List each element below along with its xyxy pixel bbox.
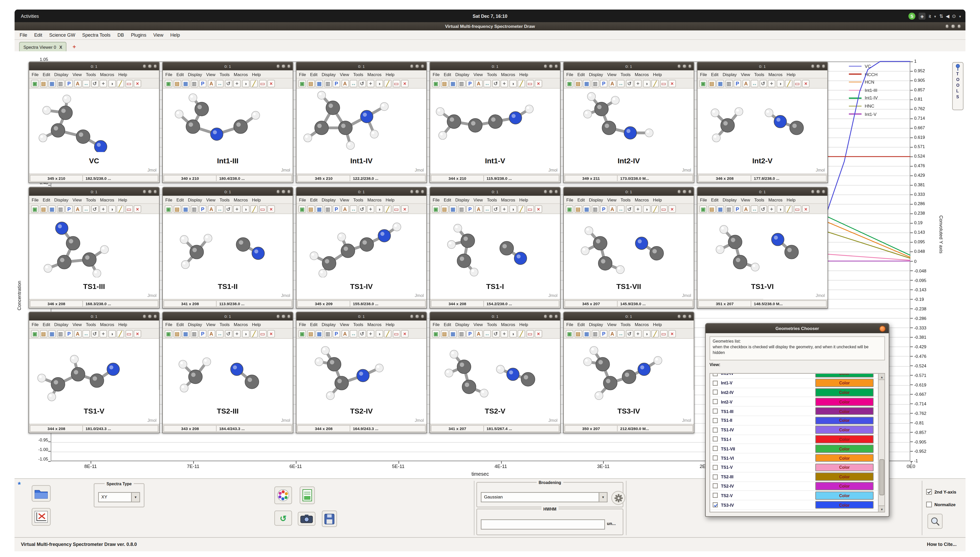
jmol-menu-macros[interactable]: Macros	[234, 72, 248, 77]
erase-icon[interactable]: ▭	[793, 80, 801, 87]
rotate-icon[interactable]: ◑	[375, 330, 383, 337]
print-icon[interactable]: ▥	[591, 205, 599, 212]
jmol-menu-tools[interactable]: Tools	[620, 197, 631, 202]
jmol-menu-file[interactable]: File	[433, 72, 440, 77]
jmol-menu-tools[interactable]: Tools	[487, 72, 497, 77]
indicator-tray-icon[interactable]: ◈	[918, 12, 926, 20]
spin-icon[interactable]: ↺	[625, 80, 633, 87]
jmol-window-button[interactable]	[816, 189, 820, 194]
color-button[interactable]: Color	[816, 473, 874, 481]
erase-icon[interactable]: ▭	[660, 205, 667, 212]
measure-icon[interactable]: ↔	[483, 205, 491, 212]
jmol-window-button[interactable]	[549, 314, 553, 318]
color-button[interactable]: Color	[816, 501, 874, 509]
normalize-option[interactable]: Normalize	[926, 502, 956, 507]
window-minimize-button[interactable]	[945, 24, 949, 28]
pick-icon[interactable]: +	[768, 80, 775, 87]
jmol-window-button[interactable]	[415, 314, 419, 318]
console-icon[interactable]: ▣	[566, 80, 573, 87]
rotate-icon[interactable]: ◑	[242, 330, 249, 337]
povray-icon[interactable]: P	[65, 205, 73, 212]
color-button[interactable]: Color	[816, 398, 874, 406]
spin-icon[interactable]: ↺	[625, 330, 633, 337]
scroll-up-icon[interactable]: ▲	[879, 374, 885, 380]
report-button[interactable]	[300, 487, 315, 504]
jmol-window-titlebar[interactable]: 0: 1	[697, 187, 827, 196]
jmol-menu-file[interactable]: File	[567, 322, 573, 326]
print-icon[interactable]: ▥	[725, 80, 733, 87]
jmol-menu-edit[interactable]: Edit	[176, 72, 184, 77]
jmol-menu-tools[interactable]: Tools	[86, 322, 96, 326]
label-icon[interactable]: A	[475, 205, 482, 212]
draw-icon[interactable]: ╱	[651, 80, 659, 87]
print-icon[interactable]: ▥	[57, 330, 64, 337]
color-button[interactable]: Color	[816, 407, 874, 415]
jmol-menu-view[interactable]: View	[474, 197, 483, 202]
app-menu-plugins[interactable]: Plugins	[131, 32, 146, 37]
print-icon[interactable]: ▥	[591, 330, 599, 337]
jmol-menu-file[interactable]: File	[299, 322, 306, 326]
jmol-menu-edit[interactable]: Edit	[444, 197, 451, 202]
jmol-menu-tools[interactable]: Tools	[620, 72, 631, 77]
export-image-icon[interactable]: ▦	[716, 80, 724, 87]
open-icon[interactable]: ▤	[307, 205, 314, 212]
jmol-menu-help[interactable]: Help	[653, 322, 662, 326]
close-model-icon[interactable]: ×	[802, 205, 809, 212]
erase-icon[interactable]: ▭	[660, 80, 667, 87]
jmol-menu-view[interactable]: View	[206, 72, 215, 77]
color-button[interactable]: Color	[816, 417, 874, 425]
jmol-menu-edit[interactable]: Edit	[578, 197, 585, 202]
jmol-menu-display[interactable]: Display	[589, 322, 603, 326]
jmol-window-button[interactable]	[281, 314, 285, 318]
export-image-icon[interactable]: ▦	[48, 80, 56, 87]
jmol-menu-display[interactable]: Display	[188, 72, 202, 77]
erase-icon[interactable]: ▭	[125, 205, 133, 212]
label-icon[interactable]: A	[207, 330, 215, 337]
jmol-menu-file[interactable]: File	[32, 197, 39, 202]
close-model-icon[interactable]: ×	[668, 205, 676, 212]
geometry-checkbox[interactable]	[713, 474, 718, 479]
export-image-icon[interactable]: ▦	[716, 205, 724, 212]
jmol-viewport[interactable]: Int2-IVJmol	[564, 89, 693, 174]
draw-icon[interactable]: ╱	[384, 330, 391, 337]
jmol-window-titlebar[interactable]: 0: 1	[564, 187, 693, 196]
print-icon[interactable]: ▥	[458, 80, 465, 87]
erase-icon[interactable]: ▭	[125, 80, 133, 87]
geometry-checkbox[interactable]	[713, 446, 718, 451]
erase-icon[interactable]: ▭	[259, 205, 266, 212]
jmol-menu-help[interactable]: Help	[386, 322, 394, 326]
draw-icon[interactable]: ╱	[518, 330, 525, 337]
zoom-reset-button[interactable]	[927, 514, 943, 529]
app-titlebar[interactable]: Virtual Multi-frequency Spectrometer Dra…	[15, 22, 965, 31]
jmol-menu-tools[interactable]: Tools	[220, 72, 230, 77]
pick-icon[interactable]: +	[233, 330, 241, 337]
pick-icon[interactable]: +	[99, 205, 107, 212]
open-icon[interactable]: ▤	[441, 330, 448, 337]
measure-icon[interactable]: ↔	[82, 205, 90, 212]
print-icon[interactable]: ▥	[324, 80, 332, 87]
geometry-checkbox[interactable]	[713, 465, 718, 470]
jmol-menu-help[interactable]: Help	[519, 322, 528, 326]
rotate-icon[interactable]: ◑	[242, 80, 249, 87]
print-icon[interactable]: ▥	[190, 80, 198, 87]
jmol-menu-edit[interactable]: Edit	[578, 322, 585, 326]
measure-icon[interactable]: ↔	[750, 80, 758, 87]
measure-icon[interactable]: ↔	[617, 80, 624, 87]
jmol-menu-edit[interactable]: Edit	[444, 322, 451, 326]
jmol-window-button[interactable]	[677, 64, 681, 68]
jmol-menu-view[interactable]: View	[340, 197, 349, 202]
pick-icon[interactable]: +	[501, 330, 508, 337]
geometry-checkbox[interactable]	[713, 502, 718, 508]
tab-spectra-viewer[interactable]: Spectra Viewer 0 X	[19, 42, 67, 51]
close-model-icon[interactable]: ×	[535, 330, 542, 337]
dialog-close-button[interactable]	[879, 325, 886, 332]
jmol-menu-edit[interactable]: Edit	[310, 197, 317, 202]
jmol-window-button[interactable]	[142, 189, 146, 194]
pick-icon[interactable]: +	[367, 205, 374, 212]
draw-icon[interactable]: ╱	[518, 205, 525, 212]
export-image-icon[interactable]: ▦	[182, 330, 189, 337]
print-icon[interactable]: ▥	[324, 330, 332, 337]
jmol-menu-display[interactable]: Display	[723, 72, 737, 77]
spin-icon[interactable]: ↺	[492, 330, 499, 337]
convert-image-button[interactable]: ↺	[274, 511, 292, 526]
